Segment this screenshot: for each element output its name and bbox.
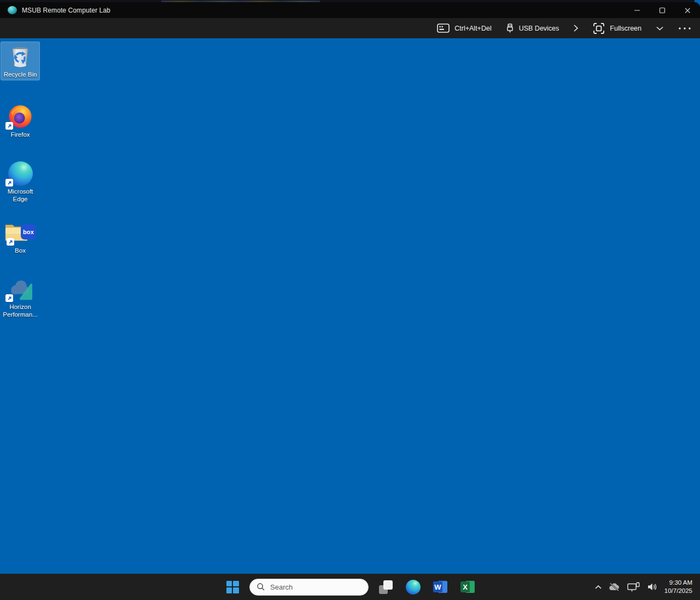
occluded-text-fragment [161, 1, 320, 2]
box-logo-text: box [23, 229, 34, 235]
start-button[interactable] [222, 576, 243, 597]
desktop-icon-microsoft-edge[interactable]: Microsoft Edge [1, 159, 40, 205]
excel-taskbar-button[interactable]: X [457, 576, 478, 597]
app-logo-icon [8, 6, 17, 14]
client-toolbar: Ctrl+Alt+Del USB Devices [0, 18, 700, 38]
recycle-bin-icon [7, 44, 33, 69]
chevron-down-icon [656, 26, 664, 31]
tray-time: 9:30 AM [664, 579, 692, 587]
close-icon [683, 6, 692, 15]
ctrl-alt-del-button[interactable]: Ctrl+Alt+Del [437, 24, 491, 33]
close-button[interactable] [675, 2, 700, 18]
ctrl-alt-del-label: Ctrl+Alt+Del [454, 25, 491, 32]
desktop-icon-label: Horizon Performan... [1, 303, 40, 318]
edge-icon [7, 161, 33, 186]
desktop-icon-firefox[interactable]: Firefox [1, 102, 40, 141]
volume-button[interactable] [644, 576, 661, 597]
usb-devices-label: USB Devices [519, 25, 559, 32]
desktop-icon-label: Recycle Bin [4, 71, 37, 78]
taskbar-search[interactable] [249, 579, 369, 596]
clock[interactable]: 9:30 AM 10/7/2025 [661, 579, 697, 595]
tray-overflow-button[interactable] [591, 576, 605, 597]
word-taskbar-button[interactable]: W [430, 576, 451, 597]
fullscreen-button[interactable]: Fullscreen [593, 22, 641, 34]
usb-icon [506, 23, 514, 33]
desktop-icon-box[interactable]: box Box [1, 218, 40, 257]
chevron-right-icon [573, 24, 579, 32]
minimize-icon [633, 6, 641, 15]
occluded-window-sliver [0, 0, 695, 2]
desktop-icon-label: Microsoft Edge [1, 188, 40, 203]
maximize-icon [658, 6, 667, 15]
network-display-button[interactable] [623, 576, 644, 597]
desktop-icon-horizon-performance[interactable]: Horizon Performan... [1, 274, 40, 321]
task-view-icon [379, 580, 393, 594]
tray-date: 10/7/2025 [664, 587, 692, 595]
volume-icon [647, 582, 658, 591]
windows-start-icon [226, 581, 239, 593]
word-letter: W [433, 581, 442, 592]
remote-desktop[interactable]: Recycle Bin [0, 38, 700, 600]
box-logo: box [21, 224, 36, 240]
firefox-icon [7, 104, 33, 129]
usb-devices-button[interactable]: USB Devices [506, 23, 559, 33]
desktop-icon-label: Firefox [10, 131, 30, 138]
toolbar-collapse-button[interactable] [656, 26, 664, 31]
maximize-button[interactable] [650, 2, 675, 18]
titlebar: MSUB Remote Computer Lab [0, 2, 700, 18]
shortcut-arrow-icon [5, 294, 13, 302]
window-controls [625, 2, 700, 18]
minimize-button[interactable] [625, 2, 650, 18]
toolbar-more-button[interactable] [678, 27, 691, 30]
taskbar: W X [0, 574, 700, 600]
cloud-offline-icon [609, 582, 620, 592]
horizon-performance-icon [7, 276, 33, 301]
fullscreen-icon [593, 22, 605, 34]
excel-letter: X [460, 581, 470, 592]
word-icon: W [433, 580, 447, 593]
edge-icon [406, 580, 421, 595]
shortcut-arrow-icon [5, 179, 13, 187]
window-title: MSUB Remote Computer Lab [22, 7, 110, 14]
onedrive-status-button[interactable] [605, 576, 623, 597]
chevron-up-icon [594, 585, 602, 590]
search-icon [256, 582, 265, 591]
remote-client-window: MSUB Remote Computer Lab [0, 2, 700, 600]
box-folder-icon: box [5, 220, 36, 245]
ellipsis-icon [678, 27, 691, 30]
taskbar-center-group: W X [222, 574, 478, 600]
toolbar-expand-button[interactable] [573, 24, 579, 32]
keyboard-icon [437, 24, 450, 33]
task-view-button[interactable] [375, 576, 396, 597]
desktop-icon-recycle-bin[interactable]: Recycle Bin [1, 42, 40, 80]
fullscreen-label: Fullscreen [610, 25, 641, 32]
excel-icon: X [460, 580, 475, 593]
search-input[interactable] [270, 583, 355, 591]
edge-taskbar-button[interactable] [402, 576, 423, 597]
desktop-icon-label: Box [15, 247, 26, 254]
shortcut-arrow-icon [5, 122, 13, 130]
display-usb-icon [627, 582, 640, 592]
shortcut-arrow-icon [7, 238, 14, 246]
system-tray: 9:30 AM 10/7/2025 [591, 574, 697, 600]
